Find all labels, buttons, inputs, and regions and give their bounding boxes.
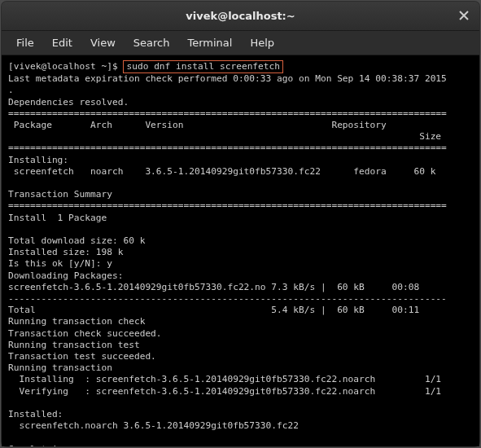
close-icon bbox=[459, 8, 469, 24]
menu-help[interactable]: Help bbox=[242, 33, 282, 52]
menubar: File Edit View Search Terminal Help bbox=[2, 31, 479, 55]
titlebar[interactable]: vivek@localhost:~ bbox=[2, 2, 479, 31]
terminal-text: Last metadata expiration check performed… bbox=[8, 73, 447, 446]
menu-search[interactable]: Search bbox=[125, 33, 178, 52]
close-button[interactable] bbox=[455, 7, 473, 25]
menu-view[interactable]: View bbox=[82, 33, 124, 52]
menu-file[interactable]: File bbox=[8, 33, 42, 52]
highlighted-command: sudo dnf install screenfetch bbox=[123, 60, 283, 73]
menu-terminal[interactable]: Terminal bbox=[179, 33, 240, 52]
prompt: [vivek@localhost ~]$ bbox=[8, 61, 123, 72]
menu-edit[interactable]: Edit bbox=[44, 33, 81, 52]
terminal-window: vivek@localhost:~ File Edit View Search … bbox=[2, 2, 479, 446]
terminal-output[interactable]: [vivek@localhost ~]$ sudo dnf install sc… bbox=[2, 55, 479, 446]
window-title: vivek@localhost:~ bbox=[186, 10, 295, 22]
